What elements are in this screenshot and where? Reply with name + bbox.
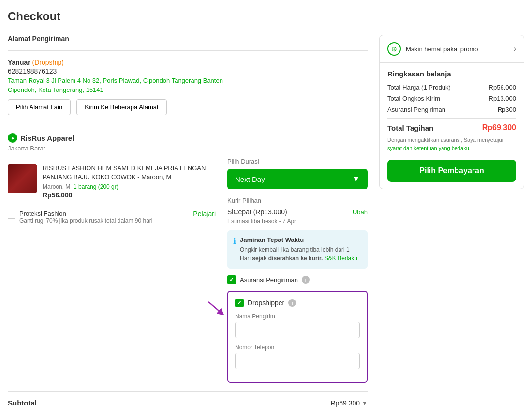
jaminan-title: Jaminan Tepat Waktu xyxy=(240,236,362,243)
asuransi-label: Asuransi Pengiriman xyxy=(240,276,298,284)
total-ongkir-value: Rp13.000 xyxy=(489,95,516,102)
total-note: Dengan mengaktifkan asuransi, Saya menye… xyxy=(387,136,516,152)
store-icon: ● xyxy=(8,133,17,143)
asuransi-row: Asuransi Pengiriman i xyxy=(227,275,368,284)
info-circle-icon: ℹ xyxy=(233,237,236,263)
delivery-duration-label: Pilih Durasi xyxy=(227,158,368,165)
address-section-label: Alamat Pengiriman xyxy=(8,35,368,43)
pay-button[interactable]: Pilih Pembayaran xyxy=(387,160,516,182)
address-line2: Cipondoh, Kota Tangerang, 15141 xyxy=(8,86,368,93)
jaminan-text: Ongkir kembali jika barang tiba lebih da… xyxy=(240,245,362,263)
jaminan-link[interactable]: S&K Berlaku xyxy=(325,255,357,262)
dropshipper-label: Dropshipper xyxy=(248,299,284,307)
dropshipper-box: Dropshipper i Nama Pengirim Nomor Telepo… xyxy=(227,291,368,383)
syarat-link[interactable]: syarat dan ketentuan yang berlaku. xyxy=(387,145,471,151)
jaminan-box: ℹ Jaminan Tepat Waktu Ongkir kembali jik… xyxy=(227,230,368,269)
dropshipper-info-icon[interactable]: i xyxy=(288,299,296,307)
duration-dropdown[interactable]: Next Day ▼ xyxy=(227,169,368,189)
total-tagihan-label: Total Tagihan xyxy=(387,124,433,132)
ringkasan-title: Ringkasan belanja xyxy=(387,70,516,78)
subtotal-chevron-icon[interactable]: ▼ xyxy=(362,400,368,406)
proteksi-description: Ganti rugi 70% jika produk rusak total d… xyxy=(19,217,189,224)
nomor-telepon-label: Nomor Telepon xyxy=(235,344,360,351)
address-line1: Taman Royal 3 Jl Palem 4 No 32, Poris Pl… xyxy=(8,77,368,84)
product-row: RISRUS FASHION HEM SAMED KEMEJA PRIA LEN… xyxy=(8,158,216,205)
multi-address-button[interactable]: Kirim Ke Beberapa Alamat xyxy=(76,99,166,115)
store-location: Jakarta Barat xyxy=(8,145,368,152)
asuransi-checkbox[interactable] xyxy=(227,275,236,284)
address-name: Yanuar (Dropship) xyxy=(8,59,368,66)
product-name: RISRUS FASHION HEM SAMED KEMEJA PRIA LEN… xyxy=(43,164,216,181)
total-tagihan-value: Rp69.300 xyxy=(482,123,516,132)
kurir-name: SiCepat (Rp13.000) xyxy=(227,208,287,216)
nama-pengirim-label: Nama Pengirim xyxy=(235,313,360,320)
svg-line-1 xyxy=(208,302,222,313)
nama-pengirim-input[interactable] xyxy=(235,322,360,338)
duration-value: Next Day xyxy=(235,175,265,183)
subtotal-value: Rp69.300 ▼ xyxy=(330,399,368,407)
promo-text: Makin hemat pakai promo xyxy=(406,45,478,53)
kurir-label: Kurir Pilihan xyxy=(227,197,368,204)
asuransi-summary-label: Asuransi Pengiriman xyxy=(387,106,445,113)
promo-icon: ⊕ xyxy=(387,42,401,56)
product-image xyxy=(8,164,37,193)
address-phone: 6282198876123 xyxy=(8,67,368,75)
subtotal-label: Subtotal xyxy=(8,399,37,407)
store-name: RisRus Apparel xyxy=(20,134,74,142)
product-variant: Maroon, M 1 barang (200 gr) xyxy=(43,183,216,190)
page-title: Checkout xyxy=(8,10,524,23)
subtotal-bar: Subtotal Rp69.300 ▼ xyxy=(8,391,368,414)
sidebar-card: ⊕ Makin hemat pakai promo › Ringkasan be… xyxy=(379,35,524,189)
asuransi-info-icon[interactable]: i xyxy=(302,276,310,284)
proteksi-row: Proteksi Fashion Ganti rugi 70% jika pro… xyxy=(8,205,216,229)
estimasi-text: Estimasi tiba besok - 7 Apr xyxy=(227,218,368,225)
chevron-down-icon: ▼ xyxy=(352,175,360,183)
asuransi-summary-value: Rp300 xyxy=(498,106,516,113)
promo-chevron-icon: › xyxy=(514,45,516,53)
promo-row[interactable]: ⊕ Makin hemat pakai promo › xyxy=(380,35,524,63)
arrow-indicator xyxy=(206,300,225,319)
proteksi-learn-link[interactable]: Pelajari xyxy=(193,210,216,218)
nomor-telepon-input[interactable] xyxy=(235,353,360,369)
total-harga-label: Total Harga (1 Produk) xyxy=(387,84,451,91)
proteksi-checkbox[interactable] xyxy=(8,211,15,219)
dropshipper-checkbox[interactable] xyxy=(235,299,244,307)
kurir-change-link[interactable]: Ubah xyxy=(353,209,368,216)
total-ongkir-label: Total Ongkos Kirim xyxy=(387,95,440,102)
proteksi-label: Proteksi Fashion xyxy=(19,210,189,217)
other-address-button[interactable]: Pilih Alamat Lain xyxy=(8,99,71,115)
total-harga-value: Rp56.000 xyxy=(489,84,516,91)
product-price: Rp56.000 xyxy=(43,191,216,199)
